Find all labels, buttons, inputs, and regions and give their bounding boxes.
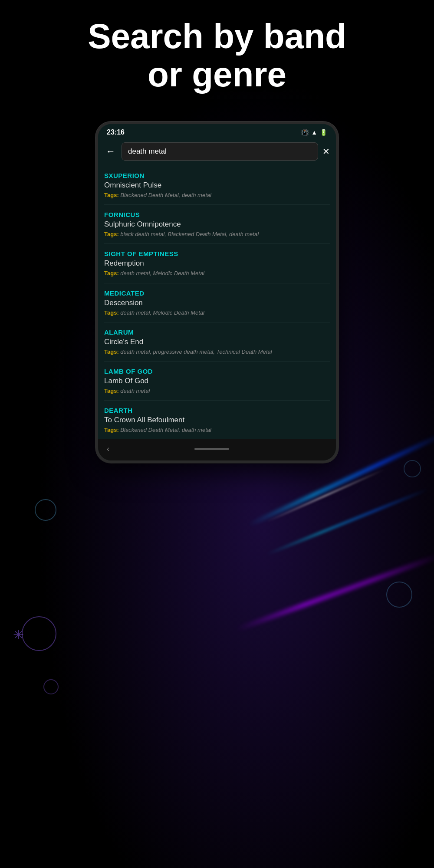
result-item-2[interactable]: FORNICUS Sulphuric Omnipotence Tags: bla…	[104, 205, 330, 244]
tags-value-1: Blackened Death Metal, death metal	[120, 192, 211, 198]
album-name-4: Descension	[104, 299, 330, 307]
nav-back-button[interactable]: ‹	[107, 444, 109, 454]
result-item-7[interactable]: DEARTH To Crown All Befoulment Tags: Bla…	[104, 401, 330, 439]
search-area: ← death metal ✕	[98, 139, 336, 166]
band-name-1: SXUPERION	[104, 172, 330, 179]
tags-label-4: Tags:	[104, 309, 119, 316]
band-name-7: DEARTH	[104, 407, 330, 414]
album-name-3: Redemption	[104, 259, 330, 268]
wifi-icon: ▲	[311, 129, 317, 136]
result-item-3[interactable]: SIGHT OF EMPTINESS Redemption Tags: deat…	[104, 244, 330, 283]
battery-icon: 🔋	[320, 129, 327, 136]
album-name-7: To Crown All Befoulment	[104, 416, 330, 424]
status-time: 23:16	[107, 128, 125, 136]
tags-7: Tags: Blackened Death Metal, death metal	[104, 426, 330, 434]
bottom-nav-bar: ‹	[98, 439, 336, 460]
status-bar: 23:16 📳 ▲ 🔋	[98, 124, 336, 139]
tags-label-1: Tags:	[104, 192, 119, 198]
vibrate-icon: 📳	[301, 129, 309, 136]
album-name-6: Lamb Of God	[104, 377, 330, 385]
asterisk-decoration: ✳	[13, 627, 24, 642]
orb-decoration-1	[22, 616, 56, 651]
back-button[interactable]: ←	[104, 144, 117, 159]
band-name-4: MEDICATED	[104, 289, 330, 297]
tags-6: Tags: death metal	[104, 387, 330, 395]
orb-decoration-5	[43, 679, 59, 694]
tags-5: Tags: death metal, progressive death met…	[104, 348, 330, 356]
band-name-2: FORNICUS	[104, 211, 330, 218]
phone-device: 23:16 📳 ▲ 🔋 ← death metal ✕ SXUPERION Om…	[95, 122, 339, 463]
header: Search by band or genre	[0, 17, 434, 94]
band-name-6: LAMB OF GOD	[104, 368, 330, 375]
search-input[interactable]: death metal	[122, 142, 318, 161]
result-item-1[interactable]: SXUPERION Omniscient Pulse Tags: Blacken…	[104, 166, 330, 205]
phone-screen: 23:16 📳 ▲ 🔋 ← death metal ✕ SXUPERION Om…	[98, 124, 336, 460]
album-name-2: Sulphuric Omnipotence	[104, 220, 330, 229]
tags-value-3: death metal, Melodic Death Metal	[120, 270, 204, 276]
tags-label-2: Tags:	[104, 231, 119, 237]
header-title: Search by band or genre	[0, 17, 434, 94]
tags-4: Tags: death metal, Melodic Death Metal	[104, 309, 330, 317]
tags-label-7: Tags:	[104, 427, 119, 433]
tags-2: Tags: black death metal, Blackened Death…	[104, 230, 330, 238]
album-name-5: Circle's End	[104, 338, 330, 346]
clear-button[interactable]: ✕	[322, 146, 330, 157]
search-results: SXUPERION Omniscient Pulse Tags: Blacken…	[98, 166, 336, 439]
tags-value-4: death metal, Melodic Death Metal	[120, 309, 204, 316]
home-indicator[interactable]	[194, 448, 229, 450]
band-name-5: ALARUM	[104, 329, 330, 336]
tags-3: Tags: death metal, Melodic Death Metal	[104, 270, 330, 277]
tags-value-5: death metal, progressive death metal, Te…	[120, 349, 272, 355]
orb-decoration-3	[386, 582, 412, 608]
tags-label-3: Tags:	[104, 270, 119, 276]
result-item-4[interactable]: MEDICATED Descension Tags: death metal, …	[104, 283, 330, 322]
tags-value-7: Blackened Death Metal, death metal	[120, 427, 211, 433]
album-name-1: Omniscient Pulse	[104, 181, 330, 190]
tags-1: Tags: Blackened Death Metal, death metal	[104, 191, 330, 199]
orb-decoration-2	[35, 499, 56, 521]
tags-label-5: Tags:	[104, 349, 119, 355]
result-item-5[interactable]: ALARUM Circle's End Tags: death metal, p…	[104, 322, 330, 362]
result-item-6[interactable]: LAMB OF GOD Lamb Of God Tags: death meta…	[104, 362, 330, 401]
tags-label-6: Tags:	[104, 388, 119, 394]
tags-value-6: death metal	[120, 388, 150, 394]
band-name-3: SIGHT OF EMPTINESS	[104, 250, 330, 257]
tags-value-2: black death metal, Blackened Death Metal…	[120, 231, 259, 237]
orb-decoration-4	[404, 460, 421, 477]
status-icons: 📳 ▲ 🔋	[301, 129, 327, 136]
phone-frame: 23:16 📳 ▲ 🔋 ← death metal ✕ SXUPERION Om…	[95, 122, 339, 463]
